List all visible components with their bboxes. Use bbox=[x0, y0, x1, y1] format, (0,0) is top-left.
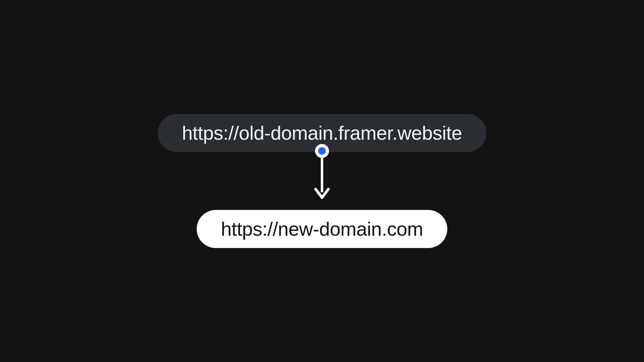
new-domain-text: https://new-domain.com bbox=[221, 218, 423, 240]
node-circle-inner-icon bbox=[318, 147, 326, 155]
node-circle-icon bbox=[315, 144, 329, 158]
connector bbox=[313, 144, 331, 200]
arrow-down-icon bbox=[313, 157, 331, 200]
old-domain-text: https://old-domain.framer.website bbox=[182, 122, 462, 144]
redirect-diagram: https://old-domain.framer.website https:… bbox=[158, 114, 486, 248]
new-domain-pill: https://new-domain.com bbox=[197, 210, 447, 248]
